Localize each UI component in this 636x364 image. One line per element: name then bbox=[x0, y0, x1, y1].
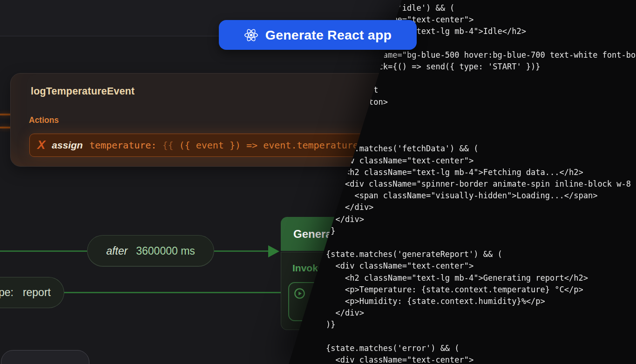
invoke-actor-button[interactable] bbox=[288, 282, 350, 321]
assign-action-row[interactable]: X assign temperature: {{ ({ event }) => … bbox=[29, 134, 398, 157]
edge-arrowhead-icon bbox=[268, 245, 279, 257]
action-code: temperature: {{ ({ event }) => event.tem… bbox=[89, 140, 375, 151]
partial-node-bottom-left[interactable] bbox=[1, 350, 89, 364]
after-transition-pill[interactable]: after 3600000 ms bbox=[87, 235, 214, 267]
event-pill-prefix: type: bbox=[0, 286, 14, 299]
after-delay-value: 3600000 ms bbox=[136, 245, 195, 257]
after-transition-edge-left bbox=[0, 250, 87, 252]
invoke-label: Invoke bbox=[292, 263, 324, 274]
xstate-x-icon: X bbox=[37, 139, 45, 151]
incoming-edge-stub-bottom bbox=[0, 127, 11, 128]
actions-label: Actions bbox=[29, 115, 59, 125]
react-logo-icon bbox=[244, 28, 258, 42]
state-node-header[interactable]: GenerateReport bbox=[281, 217, 403, 251]
state-node-generate-report[interactable]: GenerateReport Invoke bbox=[281, 217, 403, 331]
action-expr: ({ event }) => event.temperature }} bbox=[179, 140, 375, 151]
action-target: temperature: bbox=[89, 140, 157, 151]
after-keyword: after bbox=[106, 245, 128, 257]
event-pill-value: report bbox=[23, 286, 51, 299]
state-node-body: Invoke bbox=[281, 252, 403, 330]
app-root: logTemperatureEvent Actions X assign tem… bbox=[0, 0, 636, 364]
generate-react-app-button[interactable]: Generate React app bbox=[219, 20, 417, 50]
generate-button-label: Generate React app bbox=[265, 27, 392, 43]
after-transition-edge-right bbox=[214, 250, 269, 252]
state-machine-canvas[interactable]: logTemperatureEvent Actions X assign tem… bbox=[0, 0, 636, 364]
circle-play-icon bbox=[293, 287, 306, 300]
report-transition-edge bbox=[64, 292, 281, 293]
action-expr-open: {{ bbox=[162, 140, 173, 151]
incoming-edge-stub-top bbox=[0, 114, 11, 115]
event-pill-report[interactable]: type: report bbox=[0, 277, 64, 308]
assign-keyword: assign bbox=[52, 140, 83, 151]
event-node-card[interactable]: logTemperatureEvent Actions X assign tem… bbox=[10, 73, 408, 167]
event-node-title: logTemperatureEvent bbox=[31, 86, 135, 97]
